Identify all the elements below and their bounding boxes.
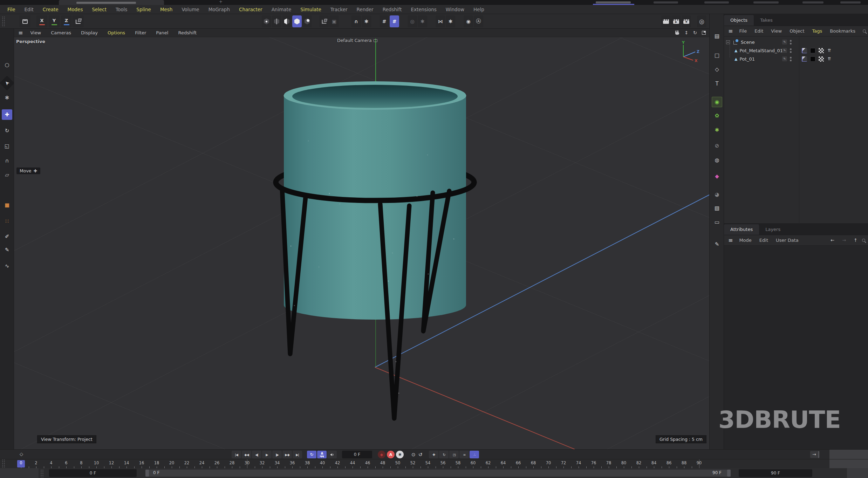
viewport-menu-filter[interactable]: Filter <box>130 30 151 35</box>
transport-goto-start[interactable]: |◀ <box>232 451 241 458</box>
edit-toggle-icon[interactable]: ✎ <box>782 48 787 53</box>
menu-mograph[interactable]: MoGraph <box>204 7 234 12</box>
toggle-record-scale[interactable]: ◳ <box>449 451 459 458</box>
menu-render[interactable]: Render <box>352 7 378 12</box>
viewport-menu-options[interactable]: Options <box>103 30 130 35</box>
menu-help[interactable]: Help <box>469 7 489 12</box>
rotate-tool[interactable]: ↻ <box>2 125 12 136</box>
viewport-canvas[interactable] <box>14 29 709 449</box>
tab-takes[interactable]: Takes <box>754 15 779 26</box>
play-mode-button[interactable]: A <box>317 451 327 458</box>
goto-range-end-button[interactable]: → <box>810 451 819 458</box>
falloff-button[interactable]: ◎ <box>408 15 417 27</box>
toggle-record-position[interactable]: ✚ <box>429 451 438 458</box>
dock-cube-2[interactable]: ▧ <box>712 203 722 213</box>
scale-tool[interactable]: ◱ <box>2 141 12 151</box>
range-slider[interactable]: 0 F 90 F <box>145 470 731 477</box>
visibility-dots[interactable] <box>790 48 792 53</box>
menu-tools[interactable]: Tools <box>111 7 132 12</box>
am-nav-history-forward[interactable]: → <box>838 238 850 243</box>
dock-gear-green[interactable]: ✱ <box>712 125 722 135</box>
transport-next-key[interactable]: ▶◆ <box>282 451 292 458</box>
symmetry-settings-button[interactable]: ✱ <box>446 15 455 27</box>
phong-tag-icon[interactable] <box>802 48 807 53</box>
redshift-renderview-button[interactable]: ◎ <box>697 15 706 27</box>
auto-mode-button[interactable]: Ⓐ <box>474 15 483 27</box>
keyframe-diamond-icon[interactable]: ◇ <box>20 451 23 457</box>
search-icon[interactable] <box>863 29 866 33</box>
visibility-dots[interactable] <box>790 40 792 45</box>
texture-tag-icon[interactable] <box>819 56 824 62</box>
menu-file[interactable]: File <box>3 7 20 12</box>
om-menu-object[interactable]: Object <box>786 28 808 34</box>
cycle-playback-button[interactable]: ↻ <box>307 451 316 458</box>
range-end-field[interactable]: 90 F <box>739 469 812 477</box>
om-menu-file[interactable]: File <box>735 28 751 34</box>
layout-tab[interactable] <box>654 1 678 4</box>
edges-mode-button[interactable] <box>272 15 281 27</box>
dock-text[interactable]: T <box>712 78 722 89</box>
transport-previous-frame[interactable]: ◀| <box>252 451 261 458</box>
dock-frame[interactable]: □ <box>712 50 722 61</box>
viewport-menu-panel[interactable]: Panel <box>151 30 173 35</box>
menu-spline[interactable]: Spline <box>132 7 156 12</box>
edit-toggle-icon[interactable]: ✎ <box>782 56 787 61</box>
dock-cube[interactable]: ◇ <box>712 64 722 75</box>
dock-dark-circle[interactable]: ◕ <box>712 189 722 200</box>
edit-toggle-icon[interactable]: ✎ <box>782 40 787 45</box>
material-tag-icon[interactable] <box>810 48 815 53</box>
workplane-button[interactable]: ▣ <box>329 15 339 27</box>
rotate-view-button[interactable]: ↻ <box>693 30 697 35</box>
dock-screen[interactable]: ▭ <box>712 217 722 227</box>
range-start-field[interactable]: 0 F <box>49 469 137 477</box>
range-grip[interactable] <box>40 469 44 477</box>
toggle-record-rotation[interactable]: ↻ <box>439 451 449 458</box>
viewport-menu-icon[interactable]: ≡ <box>14 29 25 36</box>
om-menu-view[interactable]: View <box>767 28 786 34</box>
pen-tool[interactable]: ✎ <box>2 245 12 255</box>
layout-tab[interactable] <box>802 1 823 4</box>
viewport-menu-view[interactable]: View <box>25 30 46 35</box>
am-nav-history-back[interactable]: ← <box>827 238 838 243</box>
timeline-ruler[interactable]: 0246810121416182022242628303234363840424… <box>0 459 831 469</box>
am-nav-parent-up[interactable]: ↑ <box>850 238 861 243</box>
toggle-record-parameter[interactable]: ≡ <box>459 451 469 458</box>
record-key-button[interactable]: ◆ <box>378 451 385 458</box>
range-slider-right-handle[interactable] <box>727 470 731 477</box>
uvw-tag-icon[interactable]: ⇈ <box>827 56 832 62</box>
table-row-pot[interactable]: ▲ Pot_01 ✎ ⇈ <box>724 55 868 63</box>
object-name[interactable]: Pot_01 <box>739 56 754 62</box>
uvw-tag-icon[interactable]: ⇈ <box>827 48 832 53</box>
viewport-menu-display[interactable]: Display <box>76 30 103 35</box>
transport-goto-end[interactable]: ▶| <box>293 451 302 458</box>
menu-simulate[interactable]: Simulate <box>296 7 326 12</box>
render-view-button[interactable] <box>661 15 671 27</box>
current-frame-field[interactable]: 0 F <box>342 451 372 458</box>
new-tab-icon[interactable]: + <box>219 0 223 4</box>
points-mode-button[interactable] <box>262 15 271 27</box>
dock-sphere-green[interactable]: ◉ <box>712 97 722 107</box>
transport-next-frame[interactable]: |▶ <box>272 451 282 458</box>
axis-lock-y[interactable]: Y <box>49 15 60 27</box>
range-slider-left-handle[interactable] <box>145 470 149 477</box>
brush-tool[interactable]: ✐ <box>2 231 12 242</box>
layout-tab[interactable] <box>704 1 729 4</box>
object-name[interactable]: Pot_MetalStand_01 <box>739 48 783 53</box>
am-menu-edit[interactable]: Edit <box>756 238 772 243</box>
model-mode-button[interactable] <box>292 15 302 27</box>
axis-lock-x[interactable]: X <box>36 15 47 27</box>
menu-animate[interactable]: Animate <box>267 7 296 12</box>
am-menu-user-data[interactable]: User Data <box>772 238 802 243</box>
viewport[interactable]: ≡ ViewCamerasDisplayOptionsFilterPanelRe… <box>14 29 709 449</box>
snap-button[interactable]: ∩ <box>351 15 361 27</box>
om-menu-bookmarks[interactable]: Bookmarks <box>826 28 859 34</box>
attribute-manager-menu-icon[interactable]: ≡ <box>724 237 735 244</box>
document-tab[interactable] <box>59 0 164 5</box>
texture-tag-icon[interactable] <box>819 48 824 53</box>
table-row-pot-metalstand[interactable]: ▲ Pot_MetalStand_01 ✎ ⇈ <box>724 46 868 55</box>
menu-mesh[interactable]: Mesh <box>156 7 177 12</box>
transport-play[interactable]: ▶ <box>262 451 272 458</box>
tab-attributes[interactable]: Attributes <box>724 224 759 235</box>
keyframe-rotate-button[interactable]: ↺ <box>418 452 423 457</box>
workplane-tool[interactable]: ▱ <box>2 170 12 180</box>
